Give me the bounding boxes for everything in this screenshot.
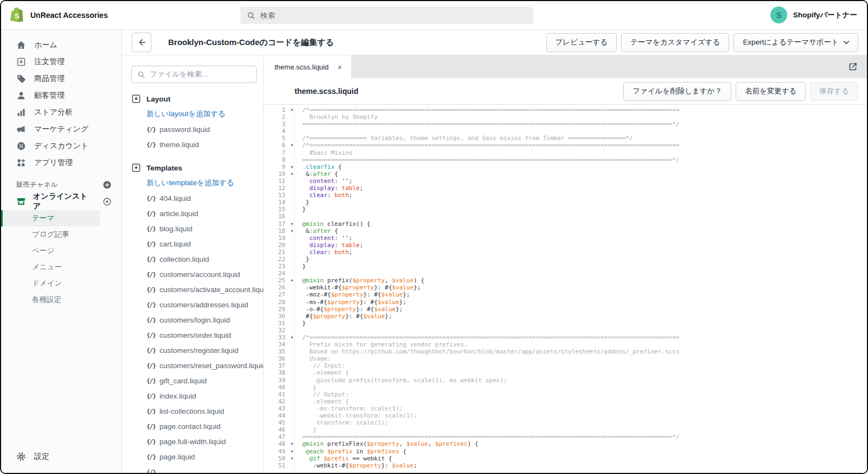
sidebar-item-customers[interactable]: 顧客管理: [1, 87, 122, 104]
code-line[interactable]: /*======================================…: [295, 334, 867, 341]
code-line[interactable]: .clearfix {: [295, 163, 867, 170]
code-line[interactable]: }: [295, 199, 867, 206]
file-item[interactable]: {/}customers/activate_account.liquid: [131, 282, 263, 297]
customize-theme-button[interactable]: テーマをカスタマイズする: [621, 33, 729, 52]
file-item[interactable]: {/}list-collections.liquid: [131, 403, 263, 419]
add-layout-link[interactable]: 新しいlayoutを追加する: [131, 106, 263, 122]
code-line[interactable]: &:after {: [295, 170, 867, 178]
fold-toggle-icon[interactable]: ▾: [291, 440, 293, 447]
store-brand[interactable]: S UnReact Accessories: [1, 7, 108, 24]
back-button[interactable]: [132, 33, 151, 52]
sidebar-item-apps[interactable]: アプリ管理: [1, 154, 122, 171]
code-line[interactable]: }: [295, 426, 867, 433]
code-line[interactable]: }: [295, 256, 867, 263]
preview-button[interactable]: プレビューする: [546, 33, 617, 52]
file-item[interactable]: {/}customers/register.liquid: [131, 343, 263, 358]
code-line[interactable]: @if $prefix == webkit {: [295, 455, 867, 462]
fold-toggle-icon[interactable]: ▾: [291, 334, 293, 341]
file-item[interactable]: {/}customers/order.liquid: [131, 327, 263, 343]
code-line[interactable]: #Sass Mixins: [295, 149, 867, 156]
add-template-link[interactable]: 新しいtemplateを追加する: [131, 175, 263, 191]
sidebar-item-themes[interactable]: テーマ: [1, 210, 100, 226]
code-line[interactable]: @mixin prefix($property, $value) {: [295, 277, 867, 284]
code-line[interactable]: @mixin prefixFlex($property, $value, $pr…: [295, 440, 867, 447]
add-channel-plus-icon[interactable]: [103, 180, 112, 189]
sidebar-item-menus[interactable]: メニュー: [1, 259, 100, 275]
fold-toggle-icon[interactable]: ▾: [291, 455, 293, 462]
file-item[interactable]: {/}password.liquid: [131, 122, 263, 137]
file-item[interactable]: {/}: [131, 464, 263, 473]
fold-toggle-icon[interactable]: ▾: [291, 277, 293, 284]
file-item[interactable]: {/}customers/reset_password.liquid: [131, 358, 263, 373]
code-line[interactable]: -webkit-#{$property}: $value;: [295, 462, 867, 469]
code-line[interactable]: .element {: [295, 398, 867, 405]
code-line[interactable]: clear: both;: [295, 192, 867, 199]
file-item[interactable]: {/}cart.liquid: [131, 236, 263, 251]
global-search-input[interactable]: 検索: [240, 7, 533, 24]
code-line[interactable]: -webkit-#{$property}: #{$value};: [295, 284, 867, 291]
code-line[interactable]: // Output:: [295, 391, 867, 398]
sidebar-item-products[interactable]: 商品管理: [1, 70, 122, 87]
file-item[interactable]: {/}page.full-width.liquid: [131, 434, 263, 449]
fold-toggle-icon[interactable]: ▾: [291, 142, 293, 149]
sidebar-item-analytics[interactable]: ストア分析: [1, 104, 122, 121]
delete-file-button[interactable]: ファイルを削除しますか？: [623, 82, 731, 101]
close-tab-icon[interactable]: ×: [337, 63, 342, 71]
sidebar-item-discounts[interactable]: ディスカウント: [1, 137, 122, 154]
file-item[interactable]: {/}blog.liquid: [131, 221, 263, 236]
code-line[interactable]: content: '';: [295, 178, 867, 185]
file-item[interactable]: {/}customers/login.liquid: [131, 312, 263, 327]
fold-toggle-icon[interactable]: ▾: [291, 227, 293, 235]
code-line[interactable]: -o-#{$property}: #{$value};: [295, 306, 867, 313]
code-line[interactable]: [295, 128, 867, 135]
sidebar-item-blog-posts[interactable]: ブログ記事: [1, 226, 100, 243]
code-line[interactable]: -ms-#{$property}: #{$value};: [295, 299, 867, 306]
code-line[interactable]: display: table;: [295, 242, 867, 249]
sidebar-item-online-store[interactable]: オンラインストア: [1, 193, 122, 210]
folder-layout[interactable]: Layout: [131, 91, 263, 106]
code-line[interactable]: /*======================================…: [295, 142, 867, 149]
code-line[interactable]: @each $prefix in $prefixes {: [295, 448, 867, 455]
user-menu[interactable]: S Shopifyパートナー: [770, 7, 857, 23]
file-item[interactable]: {/}collection.liquid: [131, 251, 263, 267]
file-item[interactable]: {/}theme.liquid: [131, 137, 263, 152]
code-line[interactable]: transform: scale(1);: [295, 419, 867, 426]
sidebar-item-pages[interactable]: ページ: [1, 243, 100, 259]
code-line[interactable]: content: '';: [295, 235, 867, 242]
code-line[interactable]: Brooklyn by Shopify: [295, 113, 867, 121]
file-item[interactable]: {/}customers/account.liquid: [131, 267, 263, 282]
fold-toggle-icon[interactable]: ▾: [291, 106, 293, 113]
file-item[interactable]: {/}gift_card.liquid: [131, 373, 263, 388]
code-line[interactable]: clear: both;: [295, 249, 867, 256]
code-line[interactable]: [295, 327, 867, 334]
code-line[interactable]: ========================================…: [295, 121, 867, 128]
code-line[interactable]: /*================ Variables, theme sett…: [295, 135, 867, 142]
code-line[interactable]: }: [295, 384, 867, 391]
code-line[interactable]: #{$property}: #{$value};: [295, 313, 867, 320]
sidebar-item-preferences[interactable]: 各種設定: [1, 292, 100, 308]
code-line[interactable]: Usage:: [295, 355, 867, 362]
expert-support-button[interactable]: Expertによるテーマサポート: [733, 33, 858, 52]
expand-editor-button[interactable]: [847, 61, 859, 73]
code-content[interactable]: /*======================================…: [295, 106, 867, 473]
code-line[interactable]: @mixin clearfix() {: [295, 220, 867, 227]
sidebar-item-orders[interactable]: 注文管理: [1, 53, 122, 70]
code-line[interactable]: .element {: [295, 369, 867, 376]
code-line[interactable]: -ms-transform: scale(1);: [295, 405, 867, 412]
tab-theme-scss-liquid[interactable]: theme.scss.liquid ×: [264, 55, 351, 78]
file-item[interactable]: {/}404.liquid: [131, 191, 263, 206]
file-item[interactable]: {/}page.contact.liquid: [131, 419, 263, 434]
code-line[interactable]: [295, 213, 867, 220]
file-item[interactable]: {/}page.liquid: [131, 449, 263, 464]
code-line[interactable]: Prefix mixin for generating vendor prefi…: [295, 341, 867, 348]
code-line[interactable]: -moz-#{$property}: #{$value};: [295, 291, 867, 298]
code-line[interactable]: // Input:: [295, 362, 867, 369]
code-area[interactable]: 1▾23456▾789▾10▾11121314151617▾18▾1920212…: [264, 105, 867, 473]
folder-templates[interactable]: Templates: [131, 160, 263, 175]
code-line[interactable]: [295, 270, 867, 277]
sidebar-item-marketing[interactable]: マーケティング: [1, 121, 122, 137]
save-file-button[interactable]: 保存する: [810, 82, 858, 101]
file-item[interactable]: {/}index.liquid: [131, 388, 263, 403]
fold-toggle-icon[interactable]: ▾: [291, 163, 293, 170]
code-line[interactable]: -webkit-transform: scale(1);: [295, 412, 867, 419]
